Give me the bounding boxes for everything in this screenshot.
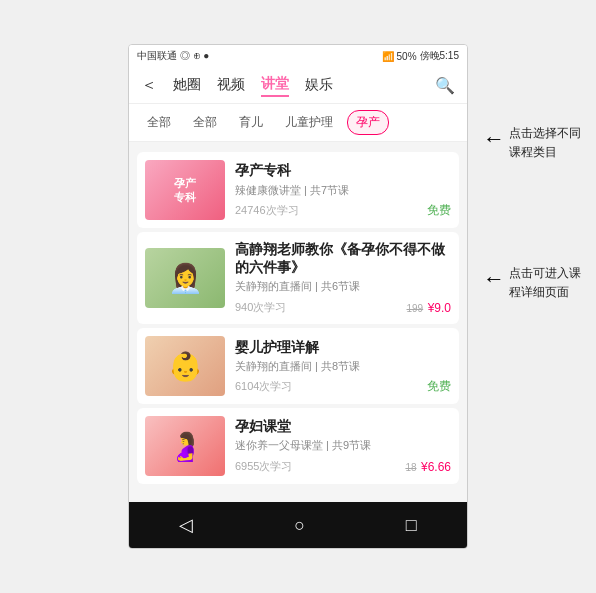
course-title-2: 高静翔老师教你《备孕你不得不做的六件事》 <box>235 240 451 276</box>
course-price-original-4: 18 <box>405 462 416 473</box>
course-card-4[interactable]: 🤰 孕妇课堂 迷你养一父母课堂 | 共9节课 6955次学习 18 ¥6.66 <box>137 408 459 484</box>
nav-item-lecture[interactable]: 讲堂 <box>261 73 289 97</box>
home-button[interactable]: ○ <box>278 511 321 540</box>
filter-tag-yunchan[interactable]: 孕产 <box>347 110 389 135</box>
nav-item-entertainment[interactable]: 娱乐 <box>305 74 333 96</box>
filter-tag-yuner[interactable]: 育儿 <box>231 111 271 134</box>
annotation-arrow-2: ← <box>483 266 505 292</box>
battery-text: 50% <box>397 51 417 62</box>
signal-icon: 📶 <box>382 51 394 62</box>
course-meta-3: 6104次学习 免费 <box>235 378 451 395</box>
course-price-original-2: 199 <box>407 303 424 314</box>
course-card-1[interactable]: 孕产专科 孕产专科 辣健康微讲堂 | 共7节课 24746次学习 免费 <box>137 152 459 228</box>
course-sub-4: 迷你养一父母课堂 | 共9节课 <box>235 438 451 453</box>
course-meta-2: 940次学习 199 ¥9.0 <box>235 298 451 316</box>
filter-bar: 全部 全部 育儿 儿童护理 孕产 <box>129 104 467 142</box>
course-views-4: 6955次学习 <box>235 459 292 474</box>
annotation-filter: ← 点击选择不同 课程类目 <box>483 124 596 162</box>
course-price-1: 免费 <box>427 202 451 219</box>
course-title-4: 孕妇课堂 <box>235 417 451 435</box>
annotation-course: ← 点击可进入课 程详细页面 <box>483 264 596 302</box>
course-price-paid-4: ¥6.66 <box>421 460 451 474</box>
course-sub-1: 辣健康微讲堂 | 共7节课 <box>235 183 451 198</box>
course-title-1: 孕产专科 <box>235 161 451 179</box>
course-info-4: 孕妇课堂 迷你养一父母课堂 | 共9节课 6955次学习 18 ¥6.66 <box>235 417 451 475</box>
bottom-nav: ◁ ○ □ <box>129 502 467 548</box>
course-meta-1: 24746次学习 免费 <box>235 202 451 219</box>
status-left: 中国联通 ◎ ⊕ ● <box>137 49 209 63</box>
annotation-text-2: 点击可进入课 程详细页面 <box>509 264 581 302</box>
back-button[interactable]: ◁ <box>163 510 209 540</box>
content-area: 孕产专科 孕产专科 辣健康微讲堂 | 共7节课 24746次学习 免费 👩‍💼 <box>129 142 467 502</box>
course-sub-3: 关静翔的直播间 | 共8节课 <box>235 359 451 374</box>
status-bar: 中国联通 ◎ ⊕ ● 📶 50% 傍晚5:15 <box>129 45 467 67</box>
thumb-icon-2: 👩‍💼 <box>168 262 203 295</box>
course-title-3: 婴儿护理详解 <box>235 338 451 356</box>
time-text: 傍晚5:15 <box>420 49 459 63</box>
nav-item-shequan[interactable]: 她圈 <box>173 74 201 96</box>
course-sub-2: 关静翔的直播间 | 共6节课 <box>235 279 451 294</box>
thumb-icon-4: 🤰 <box>168 430 203 463</box>
nav-item-video[interactable]: 视频 <box>217 74 245 96</box>
course-price-2: 199 ¥9.0 <box>407 298 452 316</box>
course-thumb-3: 👶 <box>145 336 225 396</box>
filter-tag-all2[interactable]: 全部 <box>185 111 225 134</box>
nav-back-button[interactable]: ＜ <box>141 75 157 96</box>
course-price-3: 免费 <box>427 378 451 395</box>
nav-bar: ＜ 她圈 视频 讲堂 娱乐 🔍 <box>129 67 467 104</box>
search-icon[interactable]: 🔍 <box>435 76 455 95</box>
course-meta-4: 6955次学习 18 ¥6.66 <box>235 457 451 475</box>
course-views-1: 24746次学习 <box>235 203 299 218</box>
course-thumb-1: 孕产专科 <box>145 160 225 220</box>
thumb-text-1: 孕产专科 <box>174 176 196 205</box>
course-views-2: 940次学习 <box>235 300 286 315</box>
carrier-text: 中国联通 ◎ ⊕ ● <box>137 49 209 63</box>
course-info-2: 高静翔老师教你《备孕你不得不做的六件事》 关静翔的直播间 | 共6节课 940次… <box>235 240 451 316</box>
recent-button[interactable]: □ <box>390 511 433 540</box>
filter-tag-all1[interactable]: 全部 <box>139 111 179 134</box>
course-views-3: 6104次学习 <box>235 379 292 394</box>
thumb-icon-3: 👶 <box>168 350 203 383</box>
course-price-4: 18 ¥6.66 <box>405 457 451 475</box>
annotation-text-1: 点击选择不同 课程类目 <box>509 124 581 162</box>
course-thumb-2: 👩‍💼 <box>145 248 225 308</box>
course-price-paid-2: ¥9.0 <box>428 301 451 315</box>
course-info-1: 孕产专科 辣健康微讲堂 | 共7节课 24746次学习 免费 <box>235 161 451 218</box>
course-card-3[interactable]: 👶 婴儿护理详解 关静翔的直播间 | 共8节课 6104次学习 免费 <box>137 328 459 404</box>
phone-frame: 中国联通 ◎ ⊕ ● 📶 50% 傍晚5:15 ＜ 她圈 视频 讲堂 娱乐 🔍 … <box>128 44 468 549</box>
course-info-3: 婴儿护理详解 关静翔的直播间 | 共8节课 6104次学习 免费 <box>235 338 451 395</box>
filter-tag-ertong[interactable]: 儿童护理 <box>277 111 341 134</box>
status-right: 📶 50% 傍晚5:15 <box>382 49 459 63</box>
course-thumb-4: 🤰 <box>145 416 225 476</box>
course-card-2[interactable]: 👩‍💼 高静翔老师教你《备孕你不得不做的六件事》 关静翔的直播间 | 共6节课 … <box>137 232 459 324</box>
annotation-arrow-1: ← <box>483 126 505 152</box>
